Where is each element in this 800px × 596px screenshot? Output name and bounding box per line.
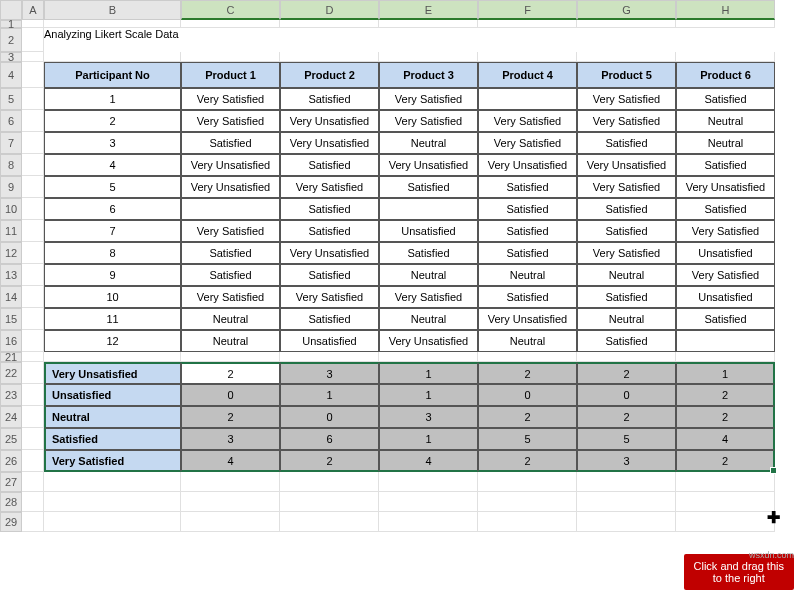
row-hdr-22[interactable]: 22	[0, 362, 22, 384]
row-hdr-6[interactable]: 6	[0, 110, 22, 132]
cell[interactable]	[478, 20, 577, 28]
cell[interactable]	[22, 154, 44, 176]
cell[interactable]	[577, 20, 676, 28]
table-header[interactable]: Product 6	[676, 62, 775, 88]
summary-cell[interactable]: 3	[280, 362, 379, 384]
row-hdr-11[interactable]: 11	[0, 220, 22, 242]
table-cell[interactable]: Satisfied	[280, 220, 379, 242]
cell[interactable]	[577, 472, 676, 492]
table-cell[interactable]: Satisfied	[280, 88, 379, 110]
table-cell[interactable]	[676, 330, 775, 352]
table-cell[interactable]: Very Satisfied	[478, 132, 577, 154]
table-cell[interactable]: Satisfied	[181, 242, 280, 264]
summary-cell[interactable]: 0	[478, 384, 577, 406]
col-hdr-E[interactable]: E	[379, 0, 478, 20]
row-hdr-4[interactable]: 4	[0, 62, 22, 88]
cell[interactable]	[22, 406, 44, 428]
table-cell[interactable]: Neutral	[478, 330, 577, 352]
cell[interactable]	[22, 450, 44, 472]
col-hdr-B[interactable]: B	[44, 0, 181, 20]
summary-label[interactable]: Satisfied	[44, 428, 181, 450]
cell[interactable]	[577, 492, 676, 512]
table-cell[interactable]: Very Satisfied	[379, 110, 478, 132]
row-hdr-9[interactable]: 9	[0, 176, 22, 198]
table-cell[interactable]: Very Satisfied	[181, 220, 280, 242]
row-hdr-25[interactable]: 25	[0, 428, 22, 450]
table-cell[interactable]: Satisfied	[577, 220, 676, 242]
summary-label[interactable]: Unsatisfied	[44, 384, 181, 406]
table-cell[interactable]: Unsatisfied	[676, 242, 775, 264]
table-cell[interactable]: Very Unsatisfied	[379, 154, 478, 176]
cell[interactable]	[280, 512, 379, 532]
table-cell[interactable]: Very Satisfied	[577, 110, 676, 132]
cell[interactable]	[676, 472, 775, 492]
table-cell[interactable]: Neutral	[478, 264, 577, 286]
table-cell[interactable]: Very Unsatisfied	[280, 132, 379, 154]
cell[interactable]	[44, 20, 181, 28]
cell[interactable]	[181, 52, 280, 62]
table-cell[interactable]: Neutral	[379, 308, 478, 330]
table-header[interactable]: Product 1	[181, 62, 280, 88]
cell[interactable]	[676, 52, 775, 62]
col-hdr-C[interactable]: C	[181, 0, 280, 20]
cell[interactable]	[280, 492, 379, 512]
cell[interactable]	[577, 352, 676, 362]
summary-cell[interactable]: 3	[577, 450, 676, 472]
table-cell[interactable]: 1	[44, 88, 181, 110]
summary-cell[interactable]: 6	[280, 428, 379, 450]
summary-cell[interactable]: 1	[676, 362, 775, 384]
table-cell[interactable]: Very Satisfied	[379, 88, 478, 110]
table-cell[interactable]: Satisfied	[181, 132, 280, 154]
row-hdr-2[interactable]: 2	[0, 28, 22, 52]
table-cell[interactable]: Satisfied	[280, 154, 379, 176]
cell[interactable]	[22, 62, 44, 88]
summary-cell[interactable]: 2	[676, 406, 775, 428]
cell[interactable]	[44, 52, 181, 62]
table-header[interactable]: Product 4	[478, 62, 577, 88]
table-cell[interactable]: Very Satisfied	[577, 88, 676, 110]
cell[interactable]	[379, 512, 478, 532]
cell[interactable]	[22, 352, 44, 362]
summary-cell[interactable]: 2	[478, 450, 577, 472]
cell[interactable]	[181, 492, 280, 512]
table-cell[interactable]: Satisfied	[478, 220, 577, 242]
table-cell[interactable]: Very Unsatisfied	[379, 330, 478, 352]
summary-cell[interactable]: 1	[379, 428, 478, 450]
table-cell[interactable]: Neutral	[379, 132, 478, 154]
table-cell[interactable]: Satisfied	[478, 286, 577, 308]
row-hdr-12[interactable]: 12	[0, 242, 22, 264]
summary-cell[interactable]: 2	[181, 362, 280, 384]
cell[interactable]	[22, 428, 44, 450]
cell[interactable]	[22, 28, 44, 52]
row-hdr-14[interactable]: 14	[0, 286, 22, 308]
table-cell[interactable]	[181, 198, 280, 220]
table-cell[interactable]: Very Unsatisfied	[577, 154, 676, 176]
row-hdr-3[interactable]: 3	[0, 52, 22, 62]
row-hdr-16[interactable]: 16	[0, 330, 22, 352]
cell[interactable]	[280, 352, 379, 362]
cell[interactable]	[181, 512, 280, 532]
table-cell[interactable]: Very Unsatisfied	[478, 154, 577, 176]
cell[interactable]	[44, 512, 181, 532]
cell[interactable]	[44, 352, 181, 362]
summary-cell[interactable]: 1	[379, 384, 478, 406]
cell[interactable]	[379, 472, 478, 492]
summary-cell[interactable]: 4	[379, 450, 478, 472]
row-hdr-8[interactable]: 8	[0, 154, 22, 176]
cell[interactable]	[478, 352, 577, 362]
table-cell[interactable]: Satisfied	[577, 198, 676, 220]
row-hdr-27[interactable]: 27	[0, 472, 22, 492]
cell[interactable]	[44, 472, 181, 492]
table-cell[interactable]: Very Unsatisfied	[181, 176, 280, 198]
cell[interactable]	[379, 352, 478, 362]
table-cell[interactable]: Satisfied	[379, 176, 478, 198]
cell[interactable]	[478, 512, 577, 532]
table-header[interactable]: Product 3	[379, 62, 478, 88]
row-hdr-26[interactable]: 26	[0, 450, 22, 472]
cell[interactable]	[22, 52, 44, 62]
cell[interactable]	[478, 492, 577, 512]
cell[interactable]	[181, 352, 280, 362]
table-cell[interactable]: Very Satisfied	[280, 286, 379, 308]
table-header[interactable]: Product 5	[577, 62, 676, 88]
summary-cell[interactable]: 2	[280, 450, 379, 472]
